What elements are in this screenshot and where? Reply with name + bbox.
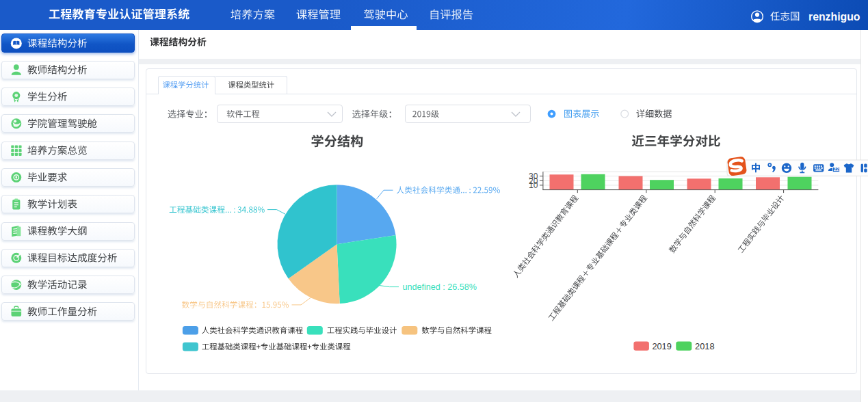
svg-text:undefined : 26.58%: undefined : 26.58% — [403, 282, 477, 292]
svg-text:2018: 2018 — [695, 341, 714, 351]
svg-text:renzhiguo: renzhiguo — [808, 11, 860, 23]
svg-text:10: 10 — [529, 180, 538, 190]
svg-text:22: 22 — [834, 167, 839, 172]
svg-text:2019: 2019 — [652, 341, 671, 351]
